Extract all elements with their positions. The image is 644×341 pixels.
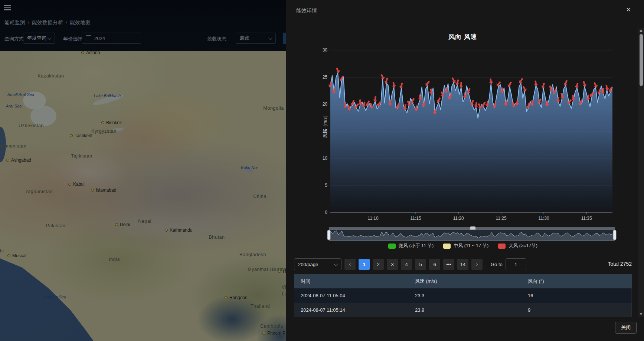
city-dot	[101, 121, 104, 124]
city-dot	[68, 183, 71, 186]
table-cell: 23.3	[408, 288, 521, 303]
city-dot	[70, 134, 73, 137]
water-label: Small Aral Sea	[7, 92, 34, 97]
svg-text:30: 30	[323, 47, 328, 53]
country-label: Bhutan	[209, 235, 225, 240]
svg-text:0: 0	[325, 210, 327, 215]
water-label: Arabian Sea	[44, 295, 66, 299]
svg-text:11:35: 11:35	[581, 216, 592, 221]
column-header: 风向 (°)	[521, 274, 632, 288]
svg-text:11:10: 11:10	[367, 216, 378, 221]
city-label: Phnom Penh	[262, 331, 286, 336]
city-dot	[278, 270, 281, 273]
table-cell: 16	[521, 288, 632, 303]
legend-item[interactable]: 微风 (小于 11 节)	[388, 243, 434, 249]
city-dot	[165, 229, 168, 232]
chart-legend: 微风 (小于 11 节)中风 (11 ~ 17 节)大风 (>=17节)	[330, 243, 595, 249]
city-dot	[6, 159, 9, 162]
city-label: Rangoon	[225, 295, 248, 300]
city-label: Muscat	[7, 253, 27, 258]
city-dot	[115, 223, 118, 226]
country-label: Nepal	[138, 219, 151, 224]
total-count: Total 2752	[608, 261, 632, 267]
svg-text:11:15: 11:15	[410, 216, 421, 221]
country-label: Pakistan	[46, 223, 66, 228]
legend-item[interactable]: 大风 (>=17节)	[498, 243, 537, 249]
app-root: 能耗监测/能效数据分析/能效地图 查询方式 年度查询 年份选择 2024 装载状…	[0, 0, 644, 341]
scrollbar-up-icon[interactable]	[640, 29, 643, 32]
svg-text:11:25: 11:25	[496, 216, 506, 221]
city-label: Hanoi	[278, 269, 286, 274]
city-label: Kabul	[68, 182, 85, 187]
svg-text:20: 20	[323, 102, 328, 107]
goto-label: Go to	[491, 262, 503, 267]
page-button-5[interactable]: 5	[415, 259, 426, 270]
country-label: Laos	[282, 291, 286, 297]
panel-scrollbar[interactable]	[638, 28, 644, 317]
city-label: Islamabad	[91, 188, 116, 193]
country-label: China	[253, 194, 267, 199]
country-label: Kyrgyzstan	[91, 129, 117, 134]
page-size-select[interactable]: 200/page	[294, 258, 341, 270]
city-dot	[81, 51, 84, 54]
pagination: 200/page ‹ 123456•••14 › Go to	[294, 258, 526, 270]
svg-text:11:30: 11:30	[538, 216, 549, 221]
prev-page-button[interactable]: ‹	[344, 259, 356, 270]
svg-text:5: 5	[325, 183, 327, 188]
legend-swatch	[498, 244, 506, 249]
city-dot	[91, 189, 94, 192]
country-label: Afghanistan	[26, 189, 53, 194]
table-cell: 9	[521, 303, 632, 317]
city-label: Tashkent	[70, 133, 92, 138]
goto-page-input[interactable]	[506, 258, 526, 270]
next-page-button[interactable]: ›	[471, 259, 483, 270]
page-button-14[interactable]: 14	[457, 259, 468, 270]
page-button-3[interactable]: 3	[387, 259, 398, 270]
city-label: Delhi	[115, 222, 130, 227]
svg-text:10: 10	[323, 156, 328, 161]
legend-swatch	[388, 244, 396, 249]
table-cell: 23.9	[408, 303, 521, 317]
column-header: 时间	[294, 274, 408, 288]
scrollbar-down-icon[interactable]	[640, 313, 643, 315]
country-label: Thailand	[251, 304, 270, 309]
chevron-down-icon	[334, 262, 338, 266]
water-label: Aral Sea	[6, 104, 22, 108]
page-button-4[interactable]: 4	[401, 259, 412, 270]
svg-text:25: 25	[323, 75, 328, 80]
country-label: Kazakhstan	[37, 73, 64, 79]
wind-data-table: 时间风速 (m/s)风向 (°)2024-08-07 11:05:0423.31…	[294, 274, 632, 317]
scrollbar-thumb[interactable]	[640, 34, 643, 86]
table-cell: 2024-08-07 11:05:14	[294, 303, 408, 317]
map-labels-layer: KazakhstanUzbekistanKyrgyzstanTurkmenist…	[0, 0, 286, 341]
legend-item[interactable]: 中风 (11 ~ 17 节)	[443, 243, 488, 249]
city-label: Ashgabad	[6, 158, 31, 163]
close-button[interactable]: 关闭	[615, 322, 637, 334]
city-dot	[262, 332, 265, 335]
map-region: 能耗监测/能效数据分析/能效地图 查询方式 年度查询 年份选择 2024 装载状…	[0, 0, 286, 341]
page-button-1[interactable]: 1	[359, 259, 370, 270]
city-label: Bishkek	[101, 120, 122, 125]
city-label: Astana	[81, 50, 100, 55]
country-label: Cambodia	[260, 324, 283, 329]
country-label: Turkmenistan	[0, 143, 26, 149]
table-header-row: 时间风速 (m/s)风向 (°)	[294, 274, 632, 288]
table-row[interactable]: 2024-08-07 11:05:1423.99	[294, 303, 632, 317]
legend-swatch	[443, 244, 451, 249]
table-cell: 2024-08-07 11:05:04	[294, 288, 408, 303]
page-ellipsis[interactable]: •••	[443, 259, 454, 270]
country-label: India	[109, 257, 120, 262]
country-label: Bangladesh	[239, 252, 266, 257]
country-label: Uzbekistan	[19, 123, 44, 128]
city-label: Kathmandu	[165, 228, 192, 233]
page-button-6[interactable]: 6	[429, 259, 440, 270]
city-dot	[225, 296, 228, 299]
water-label: Lake Balkhash	[94, 93, 121, 98]
table-row[interactable]: 2024-08-07 11:05:0423.316	[294, 288, 632, 303]
city-dot	[7, 254, 10, 257]
water-label: Koko Nor	[241, 165, 258, 170]
page-button-2[interactable]: 2	[373, 259, 384, 270]
country-label: Tajikistan	[71, 153, 92, 159]
y-axis-name: 风速（m/s）	[322, 107, 328, 144]
country-label: Mongolia	[263, 106, 284, 111]
